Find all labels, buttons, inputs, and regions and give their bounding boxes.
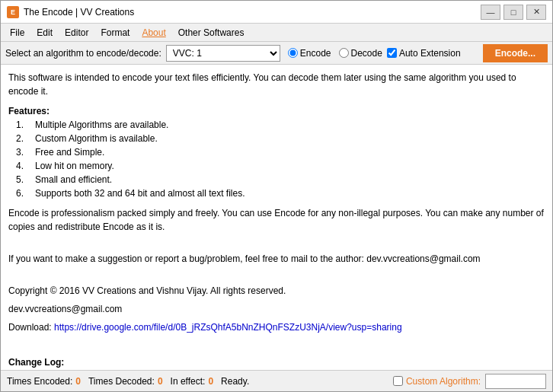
algorithm-select[interactable]: VVC: 1 <box>166 45 280 62</box>
features-list: 1.Multiple Algorithms are available. 2.C… <box>16 118 545 200</box>
menu-format[interactable]: Format <box>94 24 136 41</box>
content-area: This software is intended to encode your… <box>1 65 552 370</box>
minimize-button[interactable]: — <box>481 5 500 20</box>
status-bar: Times Encoded: 0 Times Decoded: 0 In eff… <box>1 370 552 391</box>
menu-file[interactable]: File <box>4 24 30 41</box>
encode-button[interactable]: Encode... <box>483 44 548 62</box>
encode-radio[interactable] <box>288 48 298 58</box>
auto-extension-label[interactable]: Auto Extension <box>387 48 461 59</box>
list-item: 5.Small and efficient. <box>16 173 545 186</box>
main-window: E The Encode | VV Creations — □ ✕ File E… <box>0 0 553 392</box>
auto-extension-text: Auto Extension <box>399 48 461 59</box>
times-encoded-label: Times Encoded: <box>7 376 72 387</box>
ready-label: Ready. <box>221 376 249 387</box>
custom-algorithm-label: Custom Algorithm: <box>406 376 481 387</box>
window-title: The Encode | VV Creations <box>24 7 481 18</box>
times-decoded-label: Times Decoded: <box>88 376 155 387</box>
times-decoded: Times Decoded: 0 <box>88 376 163 387</box>
features-label: Features: <box>8 106 50 116</box>
encode-radio-text: Encode <box>300 48 331 59</box>
algo-label: Select an algorithm to encode/decode: <box>5 48 161 59</box>
auto-extension-checkbox[interactable] <box>387 48 397 58</box>
toolbar: Select an algorithm to encode/decode: VV… <box>1 42 552 65</box>
menu-editor[interactable]: Editor <box>59 24 94 41</box>
custom-algorithm-checkbox-label[interactable]: Custom Algorithm: <box>393 376 481 387</box>
custom-algorithm-input[interactable] <box>485 374 546 389</box>
changelog-label: Change Log: <box>8 357 64 368</box>
custom-algorithm-checkbox[interactable] <box>393 376 403 386</box>
decode-radio-label[interactable]: Decode <box>339 48 382 59</box>
title-bar: E The Encode | VV Creations — □ ✕ <box>1 1 552 24</box>
times-encoded: Times Encoded: 0 <box>7 376 81 387</box>
download-label: Download: <box>8 322 52 333</box>
decode-radio[interactable] <box>339 48 349 58</box>
status-right: Custom Algorithm: <box>393 374 546 389</box>
times-decoded-value: 0 <box>158 376 163 387</box>
menu-other-softwares[interactable]: Other Softwares <box>172 24 251 41</box>
intro-text: This software is intended to encode your… <box>8 71 545 98</box>
suggestion-text: If you want to make a suggestion or repo… <box>8 252 545 266</box>
decode-radio-text: Decode <box>351 48 382 59</box>
app-icon: E <box>7 6 19 18</box>
ready-status: Ready. <box>221 376 249 387</box>
download-text: Download: https://drive.google.com/file/… <box>8 320 545 334</box>
in-effect-value: 0 <box>208 376 213 387</box>
download-link[interactable]: https://drive.google.com/file/d/0B_jRZsQ… <box>54 322 402 333</box>
features-section: Features: 1.Multiple Algorithms are avai… <box>8 104 545 200</box>
list-item: 4.Low hit on memory. <box>16 159 545 173</box>
changelog: Change Log: Version 1.5 + Added Hide/Rev… <box>8 355 545 370</box>
menu-bar: File Edit Editor Format About Other Soft… <box>1 24 552 42</box>
times-encoded-value: 0 <box>75 376 81 387</box>
list-item: 3.Free and Simple. <box>16 145 545 159</box>
in-effect-label: In effect: <box>171 376 206 387</box>
copyright-text: Copyright © 2016 VV Creations and Vishnu… <box>8 284 545 298</box>
promo-text: Encode is professionalism packed simply … <box>8 206 545 234</box>
menu-about[interactable]: About <box>136 24 171 41</box>
menu-edit[interactable]: Edit <box>30 24 59 41</box>
in-effect: In effect: 0 <box>171 376 214 387</box>
encode-decode-group: Encode Decode <box>288 48 382 59</box>
list-item: 2.Custom Algorithm is available. <box>16 132 545 145</box>
maximize-button[interactable]: □ <box>503 5 523 20</box>
window-controls: — □ ✕ <box>481 5 546 20</box>
email-text: dev.vvcreations@gmail.com <box>8 302 545 316</box>
close-button[interactable]: ✕ <box>526 5 546 20</box>
encode-radio-label[interactable]: Encode <box>288 48 331 59</box>
list-item: 6.Supports both 32 and 64 bit and almost… <box>16 186 545 200</box>
list-item: 1.Multiple Algorithms are available. <box>16 118 545 132</box>
